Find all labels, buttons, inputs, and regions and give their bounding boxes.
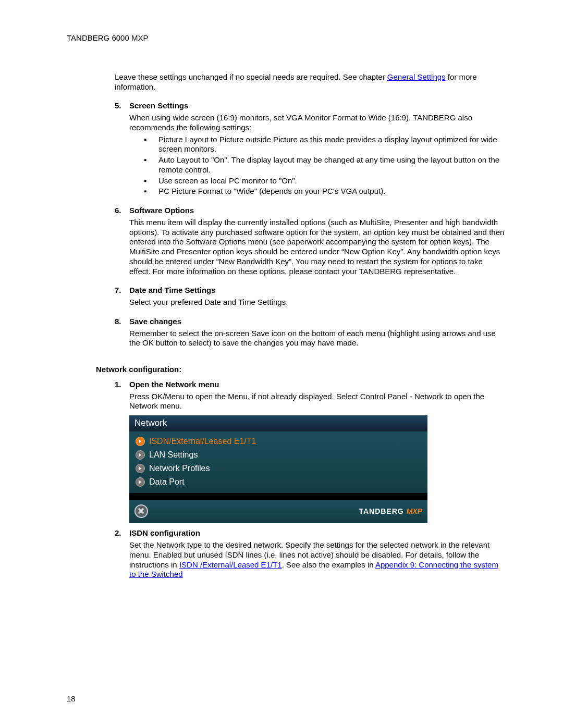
arrow-icon [136, 464, 145, 473]
item-8-title: Save changes [129, 317, 181, 327]
item-8-header: 8. Save changes [115, 317, 506, 327]
net-item-2-body: Set the Network type to the desired netw… [129, 540, 506, 579]
menu-item-label: LAN Settings [149, 450, 198, 460]
item-6-number: 6. [115, 206, 129, 216]
net-item-1-header: 1. Open the Network menu [115, 380, 506, 390]
intro-paragraph: Leave these settings unchanged if no spe… [115, 72, 506, 92]
bullet-text: Use screen as local PC monitor to "On". [158, 176, 297, 186]
menu-item-label: ISDN/External/Leased E1/T1 [149, 436, 256, 447]
menu-item-dataport[interactable]: Data Port [134, 475, 422, 489]
net-item-2-title: ISDN configuration [129, 528, 200, 538]
brand-accent: MXP [407, 507, 422, 515]
content-body: Leave these settings unchanged if no spe… [115, 72, 506, 348]
item-5-bullets: ▪Picture Layout to Picture outside Pictu… [144, 135, 506, 197]
close-icon[interactable] [134, 504, 148, 518]
item-7-number: 7. [115, 286, 129, 295]
bullet-marker-icon: ▪ [144, 187, 158, 196]
item-5-header: 5. Screen Settings [115, 101, 506, 111]
item-8-body: Remember to select the on-screen Save ic… [129, 329, 506, 349]
menu-item-label: Data Port [149, 477, 185, 487]
menu-title: Network [129, 415, 427, 431]
arrow-icon [136, 437, 145, 446]
bullet-row: ▪Auto Layout to "On". The display layout… [144, 155, 506, 175]
intro-text-before: Leave these settings unchanged if no spe… [115, 72, 387, 81]
net-item-1-number: 1. [115, 380, 129, 390]
net-item-1-title: Open the Network menu [129, 380, 219, 390]
page: TANDBERG 6000 MXP Leave these settings u… [0, 0, 563, 728]
bullet-marker-icon: ▪ [144, 155, 158, 175]
menu-item-label: Network Profiles [149, 463, 210, 474]
network-body: 1. Open the Network menu Press OK/Menu t… [115, 380, 506, 579]
menu-item-lan[interactable]: LAN Settings [134, 448, 422, 462]
arrow-icon [136, 477, 145, 487]
arrow-icon [136, 450, 145, 460]
network-config-heading: Network configuration: [96, 365, 506, 375]
page-number: 18 [67, 694, 76, 704]
brand-logo: TANDBERG MXP [359, 507, 422, 516]
isdn-external-link[interactable]: ISDN /External/Leased E1/T1 [179, 560, 282, 569]
bullet-row: ▪PC Picture Format to "Wide" (depends on… [144, 187, 506, 196]
bullet-row: ▪Use screen as local PC monitor to "On". [144, 176, 506, 186]
net-item-2-header: 2. ISDN configuration [115, 528, 506, 538]
item-8-number: 8. [115, 317, 129, 327]
general-settings-link[interactable]: General Settings [387, 72, 446, 81]
network-menu-screenshot: Network ISDN/External/Leased E1/T1 LAN S… [129, 415, 427, 523]
item-7-body: Select your preferred Date and Time Sett… [129, 298, 506, 307]
bullet-text: PC Picture Format to "Wide" (depends on … [158, 187, 385, 196]
menu-item-isdn[interactable]: ISDN/External/Leased E1/T1 [134, 435, 422, 448]
item-6-header: 6. Software Options [115, 206, 506, 216]
item-5-number: 5. [115, 101, 129, 111]
bullet-row: ▪Picture Layout to Picture outside Pictu… [144, 135, 506, 155]
item-7-title: Date and Time Settings [129, 286, 216, 295]
net-item-2-number: 2. [115, 528, 129, 538]
bullet-text: Picture Layout to Picture outside Pictur… [158, 135, 506, 155]
item-6-body: This menu item will display the currentl… [129, 218, 506, 277]
item-5-title: Screen Settings [129, 101, 188, 111]
item-6-title: Software Options [129, 206, 194, 216]
menu-item-profiles[interactable]: Network Profiles [134, 462, 422, 475]
net-item-1-body: Press OK/Menu to open the Menu, if not a… [129, 392, 506, 412]
brand-name: TANDBERG [359, 507, 403, 515]
bullet-marker-icon: ▪ [144, 135, 158, 155]
item-5-body: When using wide screen (16:9) monitors, … [129, 113, 506, 133]
menu-list: ISDN/External/Leased E1/T1 LAN Settings … [129, 431, 427, 493]
isdn-body-part2: . See also the examples in [282, 560, 375, 569]
menu-footer: TANDBERG MXP [129, 500, 427, 523]
item-7-header: 7. Date and Time Settings [115, 286, 506, 295]
menu-divider [129, 493, 427, 500]
document-header: TANDBERG 6000 MXP [67, 33, 506, 43]
bullet-text: Auto Layout to "On". The display layout … [158, 155, 506, 175]
bullet-marker-icon: ▪ [144, 176, 158, 186]
